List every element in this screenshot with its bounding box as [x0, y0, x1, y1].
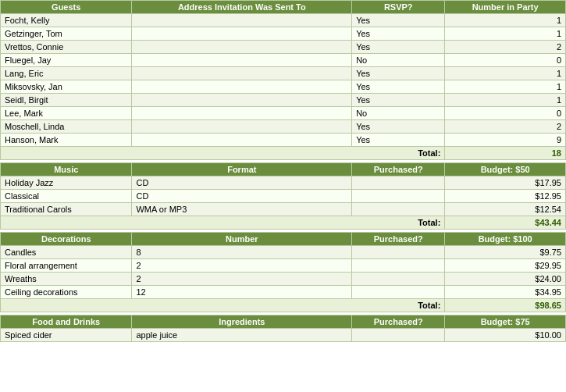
- guest-party: 9: [445, 134, 566, 147]
- guest-party: 1: [445, 14, 566, 27]
- decoration-purchased: [352, 259, 445, 273]
- guest-rsvp: Yes: [352, 134, 445, 147]
- decoration-name: Ceiling decorations: [1, 286, 132, 299]
- guests-number-header: Number in Party: [445, 1, 566, 14]
- guest-address: [132, 120, 352, 134]
- decoration-name: Candles: [1, 246, 132, 259]
- decoration-number: 8: [132, 246, 352, 259]
- guest-name: Moschell, Linda: [1, 120, 132, 134]
- music-format-header: Format: [132, 163, 352, 176]
- music-purchased: [352, 176, 445, 190]
- table-row: Classical CD $12.95: [1, 190, 566, 203]
- guests-total-row: Total: 18: [1, 147, 566, 160]
- table-row: Holiday Jazz CD $17.95: [1, 176, 566, 190]
- guests-header-row: Guests Address Invitation Was Sent To RS…: [1, 1, 566, 14]
- decoration-cost: $34.95: [445, 286, 566, 299]
- guest-name: Vrettos, Connie: [1, 41, 132, 54]
- food-ingredients-header: Ingredients: [132, 315, 352, 329]
- guests-col-header: Guests: [1, 1, 132, 14]
- guest-rsvp: Yes: [352, 120, 445, 134]
- table-row: Miksovsky, Jan Yes 1: [1, 80, 566, 94]
- guests-total-label: Total:: [1, 147, 445, 160]
- table-row: Wreaths 2 $24.00: [1, 273, 566, 286]
- guest-name: Focht, Kelly: [1, 14, 132, 27]
- decorations-total-label: Total:: [1, 299, 445, 312]
- guest-rsvp: No: [352, 107, 445, 120]
- guest-party: 1: [445, 94, 566, 107]
- music-format: WMA or MP3: [132, 203, 352, 216]
- event-planner-table: Guests Address Invitation Was Sent To RS…: [0, 0, 566, 342]
- guests-rsvp-header: RSVP?: [352, 1, 445, 14]
- music-purchased: [352, 190, 445, 203]
- decoration-purchased: [352, 246, 445, 259]
- food-purchased-header: Purchased?: [352, 315, 445, 329]
- guest-name: Seidl, Birgit: [1, 94, 132, 107]
- decorations-total-row: Total: $98.65: [1, 299, 566, 312]
- food-col-header: Food and Drinks: [1, 315, 132, 329]
- guest-address: [132, 67, 352, 80]
- decorations-header-row: Decorations Number Purchased? Budget: $1…: [1, 233, 566, 246]
- table-row: Traditional Carols WMA or MP3 $12.54: [1, 203, 566, 216]
- music-cost: $12.95: [445, 190, 566, 203]
- music-col-header: Music: [1, 163, 132, 176]
- guest-rsvp: Yes: [352, 94, 445, 107]
- decoration-number: 2: [132, 259, 352, 273]
- guest-rsvp: Yes: [352, 41, 445, 54]
- decoration-name: Floral arrangement: [1, 259, 132, 273]
- music-cost: $12.54: [445, 203, 566, 216]
- guest-address: [132, 54, 352, 67]
- decoration-purchased: [352, 286, 445, 299]
- guests-total-value: 18: [445, 147, 566, 160]
- table-row: Ceiling decorations 12 $34.95: [1, 286, 566, 299]
- guest-rsvp: Yes: [352, 80, 445, 94]
- guest-name: Lee, Mark: [1, 107, 132, 120]
- food-budget-header: Budget: $75: [445, 315, 566, 329]
- guest-name: Fluegel, Jay: [1, 54, 132, 67]
- food-ingredient: apple juice: [132, 329, 352, 342]
- music-cost: $17.95: [445, 176, 566, 190]
- decoration-number: 2: [132, 273, 352, 286]
- guest-party: 1: [445, 80, 566, 94]
- table-row: Focht, Kelly Yes 1: [1, 14, 566, 27]
- music-total-row: Total: $43.44: [1, 216, 566, 230]
- music-name: Holiday Jazz: [1, 176, 132, 190]
- decorations-total-value: $98.65: [445, 299, 566, 312]
- decoration-number: 12: [132, 286, 352, 299]
- decorations-budget-header: Budget: $100: [445, 233, 566, 246]
- guest-name: Hanson, Mark: [1, 134, 132, 147]
- guest-address: [132, 134, 352, 147]
- table-row: Lang, Eric Yes 1: [1, 67, 566, 80]
- food-cost: $10.00: [445, 329, 566, 342]
- table-row: Lee, Mark No 0: [1, 107, 566, 120]
- guests-address-header: Address Invitation Was Sent To: [132, 1, 352, 14]
- food-name: Spiced cider: [1, 329, 132, 342]
- food-header-row: Food and Drinks Ingredients Purchased? B…: [1, 315, 566, 329]
- music-name: Classical: [1, 190, 132, 203]
- table-row: Vrettos, Connie Yes 2: [1, 41, 566, 54]
- guest-party: 0: [445, 107, 566, 120]
- table-row: Getzinger, Tom Yes 1: [1, 27, 566, 41]
- decorations-col-header: Decorations: [1, 233, 132, 246]
- music-format: CD: [132, 176, 352, 190]
- decoration-purchased: [352, 273, 445, 286]
- music-format: CD: [132, 190, 352, 203]
- guest-rsvp: Yes: [352, 27, 445, 41]
- decoration-cost: $24.00: [445, 273, 566, 286]
- music-header-row: Music Format Purchased? Budget: $50: [1, 163, 566, 176]
- table-row: Floral arrangement 2 $29.95: [1, 259, 566, 273]
- music-purchased: [352, 203, 445, 216]
- music-total-label: Total:: [1, 216, 445, 230]
- guest-rsvp: Yes: [352, 67, 445, 80]
- decorations-number-header: Number: [132, 233, 352, 246]
- guest-address: [132, 14, 352, 27]
- table-row: Fluegel, Jay No 0: [1, 54, 566, 67]
- music-total-value: $43.44: [445, 216, 566, 230]
- decorations-purchased-header: Purchased?: [352, 233, 445, 246]
- guest-party: 1: [445, 27, 566, 41]
- guest-address: [132, 94, 352, 107]
- guest-rsvp: Yes: [352, 14, 445, 27]
- decoration-cost: $9.75: [445, 246, 566, 259]
- food-purchased: [352, 329, 445, 342]
- guest-party: 0: [445, 54, 566, 67]
- table-row: Candles 8 $9.75: [1, 246, 566, 259]
